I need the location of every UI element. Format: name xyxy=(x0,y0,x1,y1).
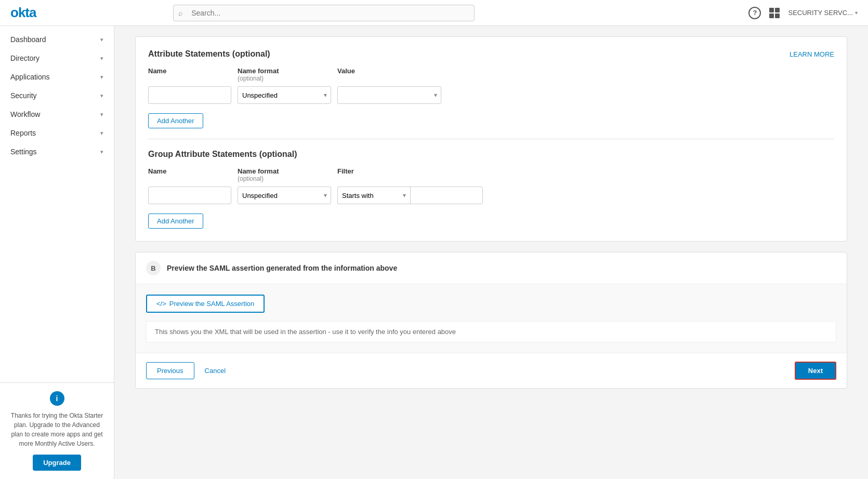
preview-btn-wrap: </> Preview the SAML Assertion xyxy=(146,295,836,313)
footer-actions: Previous Cancel Next xyxy=(136,353,847,388)
filter-group: Starts with Equals Contains Matches rege… xyxy=(337,187,483,204)
search-icon: ⌕ xyxy=(178,9,182,17)
sidebar-item-applications[interactable]: Applications ▾ xyxy=(0,68,114,86)
top-navigation: okta ⌕ ? SECURITY SERVC... ▾ xyxy=(0,0,868,26)
attr-add-another-button[interactable]: Add Another xyxy=(148,113,203,128)
preview-title: Preview the SAML assertion generated fro… xyxy=(167,264,397,272)
attr-value-input[interactable] xyxy=(337,86,441,104)
main-content: Attribute Statements (optional) LEARN MO… xyxy=(114,26,868,479)
preview-body: </> Preview the SAML Assertion This show… xyxy=(136,284,847,353)
help-icon[interactable]: ? xyxy=(748,7,761,19)
group-attr-format-header: Name format (optional) xyxy=(238,167,331,182)
group-attr-format-label: Name format xyxy=(238,167,331,175)
sidebar-item-workflow[interactable]: Workflow ▾ xyxy=(0,105,114,124)
filter-value-input[interactable] xyxy=(410,187,483,204)
app-grid-icon[interactable] xyxy=(769,8,780,18)
chevron-directory-icon: ▾ xyxy=(100,55,103,62)
attr-format-label: Name format xyxy=(238,67,331,75)
chevron-settings-icon: ▾ xyxy=(100,149,103,155)
preview-hint: This shows you the XML that will be used… xyxy=(146,321,836,342)
group-attr-form-row: Unspecified URI Reference Basic Starts w… xyxy=(148,187,834,204)
preview-saml-button[interactable]: </> Preview the SAML Assertion xyxy=(146,295,265,313)
logo[interactable]: okta xyxy=(10,5,36,21)
sidebar-item-reports[interactable]: Reports ▾ xyxy=(0,124,114,142)
user-label: SECURITY SERVC... xyxy=(788,9,853,17)
sidebar-label-settings: Settings xyxy=(10,148,37,156)
attr-column-headers: Name Name format (optional) Value xyxy=(148,67,834,82)
preview-header: B Preview the SAML assertion generated f… xyxy=(136,252,847,284)
promo-text: Thanks for trying the Okta Starter plan.… xyxy=(8,411,106,448)
logo-text: okta xyxy=(10,5,36,21)
attribute-statements-card: Attribute Statements (optional) LEARN MO… xyxy=(135,36,847,242)
group-attr-format-sub: (optional) xyxy=(238,175,331,182)
attr-name-header: Name xyxy=(148,67,231,75)
search-bar: ⌕ xyxy=(173,5,475,21)
sidebar-label-applications: Applications xyxy=(10,73,50,81)
attr-format-sub: (optional) xyxy=(238,75,331,82)
sidebar-item-settings[interactable]: Settings ▾ xyxy=(0,142,114,161)
filter-select[interactable]: Starts with Equals Contains Matches rege… xyxy=(337,187,410,204)
chevron-security-icon: ▾ xyxy=(100,92,103,99)
attr-value-header: Value xyxy=(337,67,441,75)
previous-button[interactable]: Previous xyxy=(146,362,194,379)
user-menu[interactable]: SECURITY SERVC... ▾ xyxy=(788,9,858,17)
section-divider xyxy=(148,139,834,139)
code-icon: </> xyxy=(156,300,166,308)
upgrade-button[interactable]: Upgrade xyxy=(33,455,81,471)
sidebar-item-dashboard[interactable]: Dashboard ▾ xyxy=(0,30,114,49)
sidebar-label-reports: Reports xyxy=(10,129,36,137)
attr-name-input[interactable] xyxy=(148,86,231,104)
sidebar-label-dashboard: Dashboard xyxy=(10,35,46,44)
group-attr-name-header: Name xyxy=(148,167,231,175)
chevron-workflow-icon: ▾ xyxy=(100,111,103,118)
sidebar-label-workflow: Workflow xyxy=(10,110,40,118)
group-attr-add-another-button[interactable]: Add Another xyxy=(148,214,203,229)
preview-saml-btn-label: Preview the SAML Assertion xyxy=(169,300,255,308)
sidebar: Dashboard ▾ Directory ▾ Applications ▾ S… xyxy=(0,26,114,479)
group-attr-section-title: Group Attribute Statements (optional) xyxy=(148,150,297,159)
chevron-dashboard-icon: ▾ xyxy=(100,36,103,43)
topnav-right: ? SECURITY SERVC... ▾ xyxy=(748,7,858,19)
learn-more-link[interactable]: LEARN MORE xyxy=(790,50,834,58)
sidebar-item-security[interactable]: Security ▾ xyxy=(0,86,114,105)
group-attr-format-select[interactable]: Unspecified URI Reference Basic xyxy=(238,187,331,204)
filter-select-wrapper: Starts with Equals Contains Matches rege… xyxy=(337,187,410,204)
attr-value-wrapper: ▾ xyxy=(337,86,441,104)
attr-format-select-wrapper: Unspecified URI Reference Basic xyxy=(238,86,331,104)
group-attr-column-headers: Name Name format (optional) Filter xyxy=(148,167,834,182)
attribute-section-header: Attribute Statements (optional) LEARN MO… xyxy=(148,49,834,59)
chevron-applications-icon: ▾ xyxy=(100,74,103,81)
sidebar-label-directory: Directory xyxy=(10,54,40,62)
group-attr-format-select-wrapper: Unspecified URI Reference Basic xyxy=(238,187,331,204)
chevron-reports-icon: ▾ xyxy=(100,130,103,137)
group-attr-section-header: Group Attribute Statements (optional) xyxy=(148,150,834,159)
preview-card: B Preview the SAML assertion generated f… xyxy=(135,252,847,389)
search-input[interactable] xyxy=(173,5,475,21)
sidebar-promo: i Thanks for trying the Okta Starter pla… xyxy=(0,382,114,479)
chevron-down-icon: ▾ xyxy=(855,10,858,16)
attr-format-select[interactable]: Unspecified URI Reference Basic xyxy=(238,86,331,104)
info-icon: i xyxy=(50,391,64,406)
sidebar-label-security: Security xyxy=(10,91,37,100)
attr-format-header: Name format (optional) xyxy=(238,67,331,82)
attribute-section-title: Attribute Statements (optional) xyxy=(148,49,270,59)
layout: Dashboard ▾ Directory ▾ Applications ▾ S… xyxy=(0,26,868,479)
group-attr-name-input[interactable] xyxy=(148,187,231,204)
sidebar-item-directory[interactable]: Directory ▾ xyxy=(0,49,114,68)
cancel-button[interactable]: Cancel xyxy=(201,363,230,379)
next-button[interactable]: Next xyxy=(795,362,836,380)
group-attr-filter-header: Filter xyxy=(337,167,452,175)
attr-form-row: Unspecified URI Reference Basic ▾ xyxy=(148,86,834,104)
step-badge: B xyxy=(146,261,161,275)
